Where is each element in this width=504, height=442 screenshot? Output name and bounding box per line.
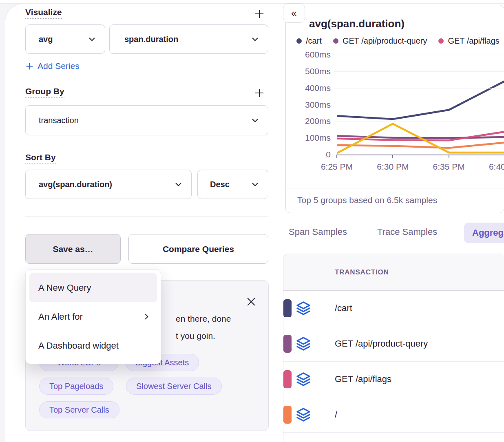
add-series-button[interactable]: Add Series: [25, 61, 80, 71]
series-color-bar: [283, 406, 292, 424]
save-as-button[interactable]: Save as…: [25, 234, 121, 264]
aggregate-select[interactable]: avg: [25, 24, 105, 54]
gridline: [334, 121, 504, 122]
y-axis-label: 100ms: [292, 133, 331, 143]
chart-legend: /cart GET /api/product-query GET /api/fl…: [296, 36, 500, 46]
table-header-row: TRANSACTION: [283, 254, 504, 291]
legend-item[interactable]: GET /api/product-query: [333, 36, 427, 46]
tab-span-samples[interactable]: Span Samples: [289, 227, 347, 237]
series-color-bar: [283, 335, 292, 353]
y-axis-label: 0: [292, 149, 331, 160]
legend-label: /cart: [306, 36, 322, 46]
x-axis-tick: [449, 155, 449, 158]
tab-aggregates[interactable]: Aggregates: [464, 223, 504, 243]
add-group-by-button[interactable]: [254, 87, 265, 99]
transaction-cell: GET /api/product-query: [335, 338, 428, 349]
transaction-column-header: TRANSACTION: [335, 268, 389, 276]
chevron-down-icon: [175, 181, 182, 188]
sort-direction-value: Desc: [210, 180, 230, 189]
sort-field-select[interactable]: avg(span.duration): [25, 170, 192, 199]
sort-by-heading: Sort By: [25, 152, 56, 164]
gridline: [334, 105, 504, 105]
x-axis-tick: [392, 155, 393, 158]
menu-item-new-query[interactable]: A New Query: [29, 273, 157, 302]
chevron-right-icon: [143, 313, 150, 320]
legend-item[interactable]: GET /api/flags: [438, 36, 499, 46]
x-axis-label: 6:40 PM: [489, 162, 504, 172]
table-row[interactable]: /: [283, 397, 504, 433]
layers-icon: [296, 371, 311, 387]
y-axis-label: 500ms: [292, 66, 331, 77]
chart-footer-divider: [286, 188, 504, 188]
group-by-select-value: transaction: [39, 116, 79, 125]
chevron-down-icon: [88, 35, 96, 43]
x-axis-tick: [336, 155, 337, 158]
series-color-bar: [283, 299, 292, 317]
sort-direction-select[interactable]: Desc: [197, 170, 268, 199]
menu-item-dashboard-widget[interactable]: A Dashboard widget: [29, 331, 157, 360]
series-color-bar: [283, 370, 292, 388]
menu-item-label: A New Query: [38, 283, 91, 293]
section-divider: [25, 217, 268, 217]
legend-label: GET /api/flags: [448, 36, 499, 46]
plus-icon: [254, 87, 265, 99]
x-axis-label: 6:35 PM: [433, 162, 465, 172]
transaction-cell: /cart: [335, 303, 352, 314]
visualize-heading: Visualize: [25, 7, 62, 19]
menu-item-label: A Dashboard widget: [38, 340, 119, 351]
chevron-down-icon: [251, 35, 259, 43]
gridline: [334, 88, 504, 88]
close-icon: [245, 296, 257, 307]
gridline: [334, 138, 504, 138]
legend-dot: [296, 38, 302, 44]
legend-dot: [438, 38, 444, 44]
add-visualize-button[interactable]: [254, 8, 265, 20]
y-axis-label: 600ms: [292, 49, 331, 60]
field-select[interactable]: span.duration: [109, 24, 268, 54]
chart-card: avg(span.duration) /cart GET /api/produc…: [285, 5, 504, 213]
tab-trace-samples[interactable]: Trace Samples: [377, 227, 437, 237]
layers-icon: [296, 407, 311, 422]
chevron-down-icon: [251, 181, 259, 188]
chevron-down-icon: [251, 117, 259, 124]
y-axis-label: 400ms: [292, 83, 331, 93]
table-row[interactable]: GET /api/flags: [283, 362, 504, 397]
menu-item-alert[interactable]: An Alert for: [29, 302, 157, 331]
x-axis-line: [337, 155, 504, 155]
top-divider: [0, 3, 504, 4]
chart-title: avg(span.duration): [309, 18, 405, 30]
legend-label: GET /api/product-query: [343, 36, 427, 46]
field-select-value: span.duration: [124, 35, 178, 44]
close-callout-button[interactable]: [245, 296, 257, 307]
y-axis-label: 200ms: [292, 116, 331, 126]
layers-icon: [296, 336, 311, 351]
chart-line-3: [337, 143, 504, 148]
aggregate-select-value: avg: [39, 35, 53, 44]
sort-field-select-value: avg(span.duration): [39, 180, 112, 189]
save-as-menu: A New Query An Alert for A Dashboard wid…: [25, 269, 161, 364]
left-gutter: [0, 4, 5, 442]
group-by-select[interactable]: transaction: [25, 105, 268, 135]
legend-dot: [333, 38, 338, 44]
results-table: TRANSACTION /cart GET /api/product-query…: [283, 254, 504, 442]
table-row[interactable]: GET /api/product-query: [283, 326, 504, 362]
layers-icon: [296, 301, 311, 316]
suggested-query-chip[interactable]: Top Server Calls: [39, 401, 119, 418]
chart-line-0: [337, 81, 504, 119]
gridline: [334, 55, 504, 55]
chart-footer-text: Top 5 groups based on 6.5k samples: [297, 195, 437, 205]
gridline: [334, 71, 504, 72]
plus-icon: [254, 8, 265, 20]
transaction-cell: /: [335, 409, 337, 420]
compare-queries-button[interactable]: Compare Queries: [128, 234, 268, 264]
legend-item[interactable]: /cart: [296, 36, 322, 46]
suggested-query-chip[interactable]: Top Pageloads: [39, 378, 113, 395]
y-axis-label: 300ms: [292, 99, 331, 110]
callout-text-line-2: t you goin.: [176, 331, 215, 341]
plus-icon: [25, 62, 34, 71]
collapse-panel-button[interactable]: «: [283, 3, 305, 23]
group-by-heading: Group By: [25, 86, 64, 98]
x-axis-label: 6:25 PM: [321, 162, 353, 172]
suggested-query-chip[interactable]: Slowest Server Calls: [126, 378, 222, 395]
table-row[interactable]: /cart: [283, 291, 504, 326]
